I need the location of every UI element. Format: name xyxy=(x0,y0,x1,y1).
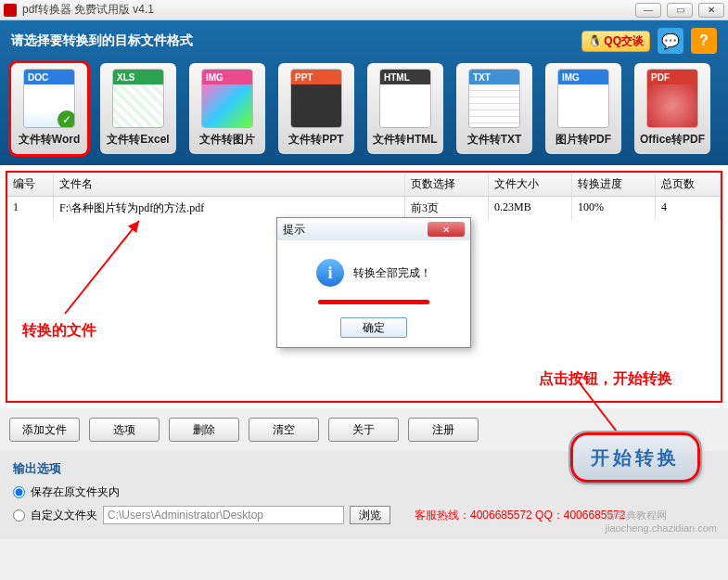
img-icon: IMG xyxy=(201,69,253,128)
col-total: 总页数 xyxy=(656,173,721,196)
dialog-title: 提示 xyxy=(283,222,305,238)
title-bar: pdf转换器 免费试用版 v4.1 — ▭ ✕ xyxy=(0,0,728,20)
col-pages: 页数选择 xyxy=(405,173,489,196)
format-label: 文件转Excel xyxy=(107,132,169,148)
message-dialog: 提示 ✕ i 转换全部完成！ 确定 xyxy=(276,217,471,348)
html-icon: HTML xyxy=(379,69,431,128)
dialog-close-button[interactable]: ✕ xyxy=(428,222,465,237)
doc-icon: DOC✓ xyxy=(23,69,75,128)
hotline-text: 客服热线：4006685572 QQ：4006685572 xyxy=(415,508,625,523)
format-label: 文件转PPT xyxy=(288,132,343,148)
maximize-button[interactable]: ▭ xyxy=(667,3,693,18)
format-label: 图片转PDF xyxy=(556,132,611,148)
add-file-button[interactable]: 添加文件 xyxy=(9,418,80,442)
svg-line-0 xyxy=(65,221,139,314)
format-label: 文件转HTML xyxy=(373,132,437,148)
app-icon xyxy=(4,4,17,17)
about-button[interactable]: 关于 xyxy=(328,418,399,442)
browse-button[interactable]: 浏览 xyxy=(350,506,390,524)
annotation-underline xyxy=(318,300,429,304)
format-tile-img[interactable]: IMG文件转图片 xyxy=(189,63,265,154)
path-input[interactable] xyxy=(103,506,344,524)
label-same-folder: 保存在原文件夹内 xyxy=(31,484,120,500)
dialog-titlebar: 提示 ✕ xyxy=(277,218,470,240)
format-prompt: 请选择要转换到的目标文件格式 xyxy=(11,32,193,49)
window-controls: — ▭ ✕ xyxy=(635,3,724,18)
options-button[interactable]: 选项 xyxy=(89,418,160,442)
format-tile-xls[interactable]: XLS文件转Excel xyxy=(100,63,176,154)
annotation-file: 转换的文件 xyxy=(22,321,96,341)
txt-icon: TXT xyxy=(468,69,520,128)
minimize-button[interactable]: — xyxy=(635,3,661,18)
format-tile-imgpdf[interactable]: IMG图片转PDF xyxy=(545,63,621,154)
dialog-message: 转换全部完成！ xyxy=(353,265,431,281)
help-icon[interactable]: ? xyxy=(691,28,717,54)
pdf-icon: PDF xyxy=(646,69,698,128)
col-size: 文件大小 xyxy=(489,173,572,196)
window-title: pdf转换器 免费试用版 v4.1 xyxy=(22,2,154,18)
col-num: 编号 xyxy=(7,173,54,196)
dialog-ok-button[interactable]: 确定 xyxy=(340,317,407,338)
format-label: 文件转图片 xyxy=(199,132,255,148)
top-panel: 请选择要转换到的目标文件格式 🐧QQ交谈 💬 ? DOC✓文件转WordXLS文… xyxy=(0,20,728,165)
chat-icon[interactable]: 💬 xyxy=(658,28,683,54)
close-button[interactable]: ✕ xyxy=(698,3,724,18)
start-convert-button[interactable]: 开始转换 xyxy=(570,432,700,483)
format-tile-html[interactable]: HTML文件转HTML xyxy=(367,63,443,154)
label-custom-folder: 自定义文件夹 xyxy=(31,508,97,523)
table-header: 编号 文件名 页数选择 文件大小 转换进度 总页数 xyxy=(7,173,721,197)
main-area: 编号 文件名 页数选择 文件大小 转换进度 总页数 1F:\各种图片转为pdf的… xyxy=(0,165,728,408)
arrow-1 xyxy=(56,212,167,323)
ppt-icon: PPT xyxy=(290,69,342,128)
col-progress: 转换进度 xyxy=(572,173,656,196)
format-tile-pdf[interactable]: PDFOffice转PDF xyxy=(634,63,710,154)
format-label: 文件转Word xyxy=(19,132,80,148)
format-tile-doc[interactable]: DOC✓文件转Word xyxy=(11,63,87,154)
format-tiles: DOC✓文件转WordXLS文件转ExcelIMG文件转图片PPT文件转PPTH… xyxy=(11,63,717,154)
col-name: 文件名 xyxy=(54,173,405,196)
clear-button[interactable]: 清空 xyxy=(249,418,319,442)
xls-icon: XLS xyxy=(112,69,164,128)
format-label: Office转PDF xyxy=(640,132,705,148)
info-icon: i xyxy=(316,259,344,287)
qq-chat-button[interactable]: 🐧QQ交谈 xyxy=(581,31,650,52)
radio-custom-folder[interactable] xyxy=(13,509,25,522)
format-label: 文件转TXT xyxy=(467,132,522,148)
imgpdf-icon: IMG xyxy=(557,69,609,128)
output-panel: 输出选项 保存在原文件夹内 自定义文件夹 浏览 客服热线：4006685572 … xyxy=(0,451,728,539)
register-button[interactable]: 注册 xyxy=(408,418,479,442)
watermark: 智学典教程网 jiaocheng.chazidian.com xyxy=(606,509,717,534)
format-tile-ppt[interactable]: PPT文件转PPT xyxy=(278,63,354,154)
radio-same-folder[interactable] xyxy=(13,486,25,498)
format-tile-txt[interactable]: TXT文件转TXT xyxy=(456,63,532,154)
delete-button[interactable]: 删除 xyxy=(169,418,239,442)
